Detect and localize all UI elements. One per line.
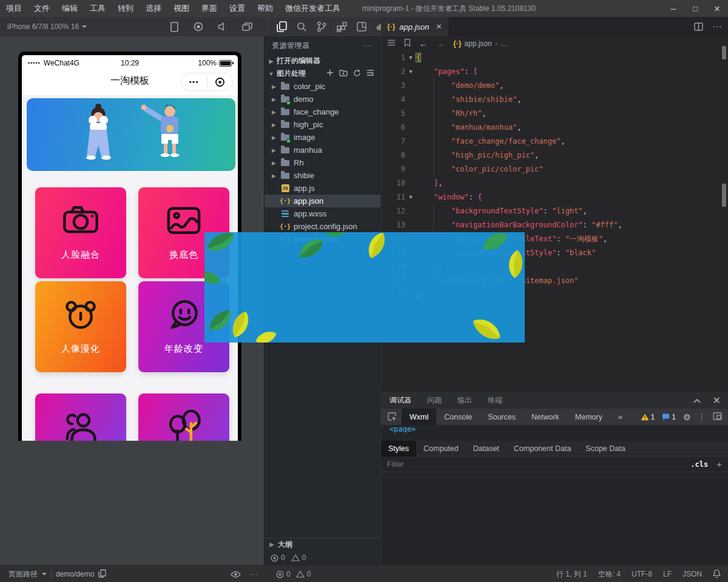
styles-tab-dataset[interactable]: Dataset xyxy=(466,441,507,457)
menu-微信开发者工具[interactable]: 微信开发者工具 xyxy=(279,3,346,14)
feature-tile-smiley[interactable]: 年龄改变 xyxy=(138,281,229,372)
bookmark-icon[interactable] xyxy=(404,39,411,48)
file-row-high_pic[interactable]: ▶high_pic xyxy=(265,118,380,131)
git-branch-icon[interactable] xyxy=(316,21,327,32)
split-editor-icon[interactable] xyxy=(693,21,704,32)
file-row-image[interactable]: ▶image xyxy=(265,131,380,144)
breadcrumb-file[interactable]: app.json xyxy=(464,39,491,48)
menu-文件[interactable]: 文件 xyxy=(28,3,56,14)
explorer-files-icon[interactable] xyxy=(276,21,287,32)
cls-toggle-button[interactable]: .cls xyxy=(690,460,708,469)
menu-界面[interactable]: 界面 xyxy=(195,3,223,14)
page-path-selector[interactable]: 页面路径 xyxy=(8,569,38,580)
menu-工具[interactable]: 工具 xyxy=(84,3,112,14)
refresh-icon[interactable] xyxy=(353,69,361,79)
menu-选择[interactable]: 选择 xyxy=(140,3,167,14)
fold-chevron-icon[interactable]: ▼ xyxy=(405,65,416,79)
devtools-tab-wxml[interactable]: Wxml xyxy=(402,409,436,425)
devtools-tab-network[interactable]: Network xyxy=(524,409,567,425)
status-segment[interactable]: LF xyxy=(663,570,672,578)
status-segment[interactable]: UTF-8 xyxy=(632,570,652,578)
editor-layout-icon[interactable] xyxy=(356,21,367,32)
menu-转到[interactable]: 转到 xyxy=(112,3,140,14)
section-project-root[interactable]: ▼ 图片处理 xyxy=(265,67,380,80)
panel-close-icon[interactable]: ✕ xyxy=(713,395,721,406)
menu-视图[interactable]: 视图 xyxy=(167,3,195,14)
record-icon[interactable] xyxy=(193,21,204,32)
panel-tab-输出[interactable]: 输出 xyxy=(457,395,472,406)
mute-speaker-icon[interactable] xyxy=(217,21,228,32)
menu-编辑[interactable]: 编辑 xyxy=(56,3,84,14)
tab-app-json[interactable]: {·} app.json ✕ xyxy=(381,17,448,36)
feature-tile-people[interactable]: 图像分类 xyxy=(35,393,126,441)
inspect-element-icon[interactable] xyxy=(387,412,398,423)
panel-tab-调试器[interactable]: 调试器 xyxy=(389,395,411,406)
multi-window-icon[interactable] xyxy=(241,21,252,32)
file-row-app.js[interactable]: JSapp.js xyxy=(265,182,380,195)
editor-scrollbar[interactable] xyxy=(722,184,726,207)
file-row-Rh[interactable]: ▶Rh xyxy=(265,156,380,169)
panel-collapse-icon[interactable] xyxy=(693,395,701,406)
feature-tile-photo[interactable]: 换底色 xyxy=(138,187,229,278)
menu-项目[interactable]: 项目 xyxy=(0,3,28,14)
file-row-shibie[interactable]: ▶shibie xyxy=(265,169,380,182)
capsule-menu[interactable]: ••• xyxy=(181,73,233,91)
status-segment[interactable]: 空格: 4 xyxy=(598,569,621,580)
file-row-face_change[interactable]: ▶face_change xyxy=(265,105,380,118)
styles-tab-styles[interactable]: Styles xyxy=(381,441,416,457)
extensions-icon[interactable] xyxy=(336,21,347,32)
banner-card[interactable] xyxy=(27,98,235,171)
capsule-home-icon[interactable] xyxy=(207,77,233,87)
maximize-button[interactable]: □ xyxy=(684,0,706,17)
file-row-manhua[interactable]: ▶manhua xyxy=(265,144,380,156)
menu-设置[interactable]: 设置 xyxy=(223,3,251,14)
device-selector[interactable]: iPhone 6/7/8 100% 16 xyxy=(7,17,87,36)
menu-帮助[interactable]: 帮助 xyxy=(251,3,279,14)
copy-path-icon[interactable] xyxy=(98,569,106,580)
statusbar-more-icon[interactable]: ··· xyxy=(250,566,259,582)
devtools-settings-icon[interactable]: ⚙ xyxy=(683,412,691,422)
undock-icon[interactable] xyxy=(713,412,722,422)
filter-input[interactable]: Filter xyxy=(387,460,404,469)
file-row-demo[interactable]: ▶demo xyxy=(265,93,380,105)
styles-tab-scope-data[interactable]: Scope Data xyxy=(578,441,632,457)
outline-section[interactable]: ▶ 大纲 xyxy=(265,538,380,550)
styles-tab-component-data[interactable]: Component Data xyxy=(507,441,579,457)
visibility-icon[interactable] xyxy=(231,566,241,582)
feature-tile-bear[interactable]: 人像漫化 xyxy=(35,281,126,372)
problems-summary[interactable]: 0 0 xyxy=(265,550,380,565)
breadcrumb-more[interactable]: … xyxy=(500,39,508,48)
search-icon[interactable] xyxy=(296,21,307,32)
new-folder-icon[interactable] xyxy=(339,69,348,78)
devtools-kebab-icon[interactable]: ⋮ xyxy=(698,412,706,421)
more-actions-icon[interactable]: ··· xyxy=(712,21,722,32)
feature-tile-tree[interactable]: 植物识别 xyxy=(138,393,229,441)
panel-tab-终端[interactable]: 终端 xyxy=(488,395,502,406)
outline-list-icon[interactable] xyxy=(387,39,396,48)
file-row-app.json[interactable]: {·}app.json xyxy=(265,195,380,207)
devtools-tab-sources[interactable]: Sources xyxy=(480,409,524,425)
capsule-more-icon[interactable]: ••• xyxy=(181,78,207,85)
file-row-project.config.json[interactable]: {·}project.config.json xyxy=(265,220,380,233)
file-row-sitemap.json[interactable]: {·}sitemap.json xyxy=(265,233,380,246)
panel-tab-问题[interactable]: 问题 xyxy=(427,395,442,406)
file-row-color_pic[interactable]: ▶color_pic xyxy=(265,80,380,93)
tab-close-icon[interactable]: ✕ xyxy=(436,22,442,31)
statusbar-problems[interactable]: 0 0 xyxy=(276,566,311,582)
feature-tile-camera[interactable]: 人脸融合 xyxy=(35,187,126,278)
status-segment[interactable]: 行 1, 列 1 xyxy=(556,569,587,580)
phone-rotate-icon[interactable] xyxy=(169,21,180,32)
fold-chevron-icon[interactable]: ▼ xyxy=(405,51,416,65)
minimize-button[interactable]: ─ xyxy=(662,0,684,17)
fold-chevron-icon[interactable]: ▼ xyxy=(405,190,416,204)
add-style-button[interactable]: + xyxy=(716,459,722,469)
new-file-icon[interactable] xyxy=(326,69,334,78)
devtools-more-tabs[interactable]: » xyxy=(610,409,630,425)
devtools-tab-console[interactable]: Console xyxy=(436,409,480,425)
editor-scrollbar[interactable] xyxy=(722,46,726,59)
styles-tab-computed[interactable]: Computed xyxy=(416,441,466,457)
status-segment[interactable]: JSON xyxy=(682,570,702,578)
close-button[interactable]: ✕ xyxy=(706,0,728,17)
forward-icon[interactable]: → xyxy=(436,39,445,48)
notifications-bell-icon[interactable] xyxy=(713,569,721,580)
